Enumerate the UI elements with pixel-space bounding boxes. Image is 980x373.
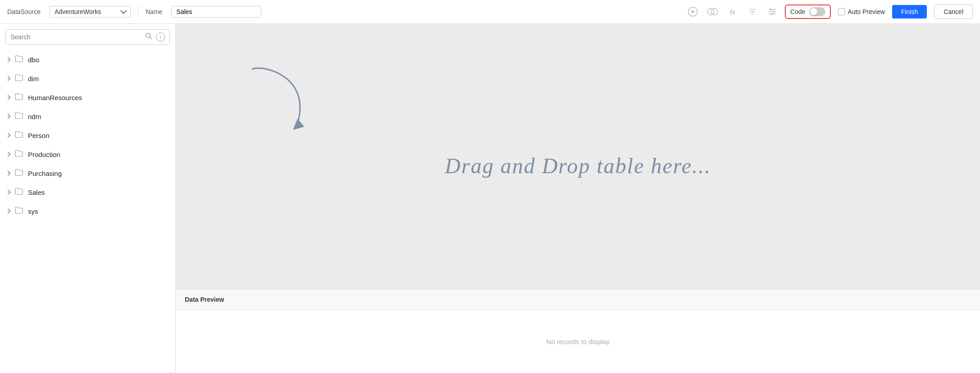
schema-item[interactable]: ndm [0, 107, 175, 126]
chevron-down-icon [120, 8, 127, 14]
filter-icon[interactable] [747, 6, 758, 17]
main-content: i dbo dim H [0, 24, 980, 373]
finish-button[interactable]: Finish [892, 5, 927, 18]
search-icon [145, 32, 152, 41]
chevron-right-icon [5, 152, 10, 157]
data-preview-header: Data Preview [176, 289, 980, 310]
chevron-right-icon [5, 114, 10, 119]
folder-icon [14, 92, 23, 102]
schema-name: dbo [28, 56, 39, 64]
chevron-right-icon [5, 189, 10, 194]
folder-icon [14, 130, 23, 140]
folder-icon [14, 168, 23, 178]
datasource-label: DataSource [7, 8, 41, 15]
schema-item[interactable]: Production [0, 145, 175, 164]
toolbar: DataSource AdventureWorks Name fx [0, 0, 980, 24]
code-label: Code [790, 8, 805, 15]
chevron-right-icon [5, 57, 10, 62]
datasource-select[interactable]: AdventureWorks [50, 6, 131, 18]
chevron-right-icon [5, 170, 10, 175]
schema-item[interactable]: sys [0, 202, 175, 221]
auto-preview-container[interactable]: Auto Preview [838, 8, 885, 15]
svg-marker-1 [692, 10, 696, 14]
run-icon[interactable] [687, 6, 698, 17]
drop-zone[interactable]: Drag and Drop table here... [176, 24, 980, 289]
svg-rect-11 [773, 11, 775, 13]
schema-item[interactable]: HumanResources [0, 88, 175, 107]
data-preview-title: Data Preview [185, 296, 224, 303]
schema-name: Sales [28, 189, 45, 196]
schema-item[interactable]: Sales [0, 183, 175, 202]
auto-preview-checkbox[interactable] [838, 8, 845, 15]
schema-item[interactable]: dim [0, 69, 175, 88]
svg-point-3 [711, 9, 718, 15]
svg-marker-15 [293, 119, 304, 130]
name-input[interactable] [171, 6, 261, 18]
chevron-right-icon [5, 133, 10, 138]
schema-name: Purchasing [28, 170, 62, 177]
toolbar-divider [138, 5, 138, 18]
folder-icon [14, 187, 23, 197]
datasource-value: AdventureWorks [55, 8, 118, 15]
auto-preview-label: Auto Preview [848, 8, 885, 15]
svg-rect-10 [770, 9, 772, 10]
schema-item[interactable]: Person [0, 126, 175, 145]
sidebar: i dbo dim H [0, 24, 176, 373]
name-label: Name [146, 8, 162, 15]
schema-name: Person [28, 132, 50, 139]
chevron-right-icon [5, 76, 10, 81]
svg-rect-12 [771, 13, 773, 15]
search-bar: i [5, 29, 170, 45]
toggle-mode-icon[interactable] [707, 6, 718, 17]
schema-name: Production [28, 151, 60, 158]
drag-arrow-icon [239, 60, 329, 141]
svg-point-2 [708, 9, 714, 15]
folder-icon [14, 111, 23, 121]
right-panel: Drag and Drop table here... Data Preview… [176, 24, 980, 373]
svg-line-14 [150, 37, 152, 39]
drop-zone-text: Drag and Drop table here... [445, 153, 711, 178]
schema-list: dbo dim HumanResources [0, 50, 175, 373]
schema-name: dim [28, 75, 39, 83]
folder-icon [14, 149, 23, 159]
folder-icon [14, 74, 23, 83]
schema-name: HumanResources [28, 94, 82, 101]
toolbar-icon-group: fx [687, 6, 778, 17]
chevron-right-icon [5, 95, 10, 100]
data-preview-content: No records to display [176, 310, 980, 373]
info-icon[interactable]: i [156, 32, 165, 41]
cancel-button[interactable]: Cancel [934, 5, 973, 19]
code-toggle-container[interactable]: Code [785, 5, 830, 19]
schema-name: sys [28, 207, 38, 215]
folder-icon [14, 206, 23, 216]
chevron-right-icon [5, 208, 10, 213]
schema-item[interactable]: dbo [0, 50, 175, 69]
sliders-icon[interactable] [767, 6, 778, 17]
no-records-text: No records to display [546, 338, 610, 345]
folder-icon [14, 55, 23, 64]
code-toggle-switch[interactable] [809, 7, 825, 16]
schema-name: ndm [28, 113, 41, 120]
schema-item[interactable]: Purchasing [0, 164, 175, 183]
search-input[interactable] [10, 33, 142, 41]
formula-icon[interactable]: fx [727, 6, 738, 17]
